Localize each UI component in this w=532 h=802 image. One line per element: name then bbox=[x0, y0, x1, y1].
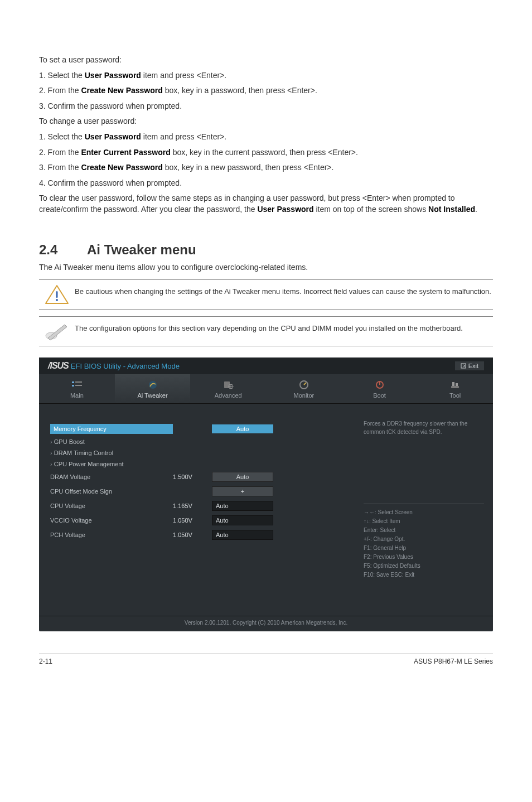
svg-rect-8 bbox=[72, 385, 74, 386]
svg-rect-9 bbox=[75, 385, 82, 386]
note-info-text: The configuration options for this secti… bbox=[75, 321, 463, 336]
dram-voltage-field[interactable]: Auto bbox=[212, 472, 273, 482]
exit-button[interactable]: Exit bbox=[455, 361, 484, 370]
tool-icon bbox=[449, 380, 461, 390]
memory-frequency-label[interactable]: Memory Frequency bbox=[50, 424, 173, 434]
cpu-offset-label: CPU Offset Mode Sign bbox=[50, 488, 173, 495]
exit-icon bbox=[461, 363, 466, 369]
steps-change: Select the User Password item and press … bbox=[39, 132, 493, 189]
svg-rect-17 bbox=[452, 382, 454, 386]
bios-settings-pane: Memory Frequency Auto GPU Boost DRAM Tim… bbox=[39, 404, 359, 616]
tab-ai-tweaker[interactable]: Ai Tweaker bbox=[115, 374, 191, 403]
advanced-icon bbox=[222, 380, 234, 390]
note-caution-text: Be cautious when changing the settings o… bbox=[75, 284, 491, 299]
section-heading: 2.4Ai Tweaker menu bbox=[39, 242, 493, 258]
svg-rect-15 bbox=[379, 381, 380, 385]
pch-voltage-field[interactable]: Auto bbox=[212, 530, 273, 540]
para-clear: To clear the user password, follow the s… bbox=[39, 193, 493, 215]
bios-tabs: Main Ai Tweaker Advanced Monitor Boot To… bbox=[39, 374, 493, 404]
svg-point-2 bbox=[56, 299, 58, 301]
tweaker-icon bbox=[147, 380, 159, 390]
page-number: 2-11 bbox=[39, 658, 52, 665]
svg-rect-7 bbox=[75, 381, 82, 383]
tab-main[interactable]: Main bbox=[39, 374, 115, 403]
help-top-text: Forces a DDR3 frequency slower than the … bbox=[364, 419, 484, 436]
svg-rect-16 bbox=[451, 386, 459, 388]
bios-footer: Version 2.00.1201. Copyright (C) 2010 Am… bbox=[39, 616, 493, 631]
section-desc: The Ai Tweaker menu items allow you to c… bbox=[39, 262, 493, 273]
boot-icon bbox=[374, 380, 386, 390]
pen-icon bbox=[45, 321, 69, 341]
cpu-voltage-val: 1.165V bbox=[173, 503, 212, 509]
bios-help-pane: Forces a DDR3 frequency slower than the … bbox=[359, 404, 493, 616]
warning-icon bbox=[45, 284, 69, 305]
dram-voltage-label: DRAM Voltage bbox=[50, 474, 173, 480]
dram-timing-item[interactable]: DRAM Timing Control bbox=[50, 450, 350, 456]
svg-rect-18 bbox=[456, 383, 458, 386]
svg-point-10 bbox=[149, 381, 157, 389]
dram-voltage-val: 1.500V bbox=[173, 474, 212, 480]
pch-voltage-label: PCH Voltage bbox=[50, 532, 173, 538]
svg-rect-1 bbox=[56, 291, 58, 298]
steps-set: Select the User Password item and press … bbox=[39, 70, 493, 112]
vccio-voltage-field[interactable]: Auto bbox=[212, 515, 273, 525]
tab-boot[interactable]: Boot bbox=[342, 374, 418, 403]
vccio-voltage-val: 1.050V bbox=[173, 517, 212, 524]
memory-frequency-field[interactable]: Auto bbox=[212, 424, 273, 433]
svg-rect-6 bbox=[72, 381, 74, 383]
cpu-voltage-label: CPU Voltage bbox=[50, 503, 173, 509]
pch-voltage-val: 1.050V bbox=[173, 532, 212, 538]
vccio-voltage-label: VCCIO Voltage bbox=[50, 517, 173, 524]
note-info: The configuration options for this secti… bbox=[39, 316, 493, 346]
page-footer: 2-11 ASUS P8H67-M LE Series bbox=[39, 654, 493, 688]
para-change-intro: To change a user password: bbox=[39, 116, 493, 127]
tab-tool[interactable]: Tool bbox=[417, 374, 493, 403]
monitor-icon bbox=[298, 380, 310, 390]
note-caution: Be cautious when changing the settings o… bbox=[39, 279, 493, 310]
gpu-boost-item[interactable]: GPU Boost bbox=[50, 438, 350, 445]
cpu-voltage-field[interactable]: Auto bbox=[212, 501, 273, 511]
tab-monitor[interactable]: Monitor bbox=[266, 374, 342, 403]
para-set-intro: To set a user password: bbox=[39, 55, 493, 66]
main-icon bbox=[71, 380, 83, 390]
bios-screenshot: /ISUSEFI BIOS Utility - Advanced Mode Ex… bbox=[39, 357, 493, 631]
doc-title: ASUS P8H67-M LE Series bbox=[414, 658, 493, 665]
cpu-power-mgmt-item[interactable]: CPU Power Management bbox=[50, 461, 350, 467]
cpu-offset-field[interactable]: + bbox=[212, 486, 273, 496]
help-keymap: →←: Select Screen ↑↓: Select Item Enter:… bbox=[364, 503, 484, 579]
tab-advanced[interactable]: Advanced bbox=[190, 374, 266, 403]
bios-title: /ISUSEFI BIOS Utility - Advanced Mode bbox=[48, 361, 180, 371]
